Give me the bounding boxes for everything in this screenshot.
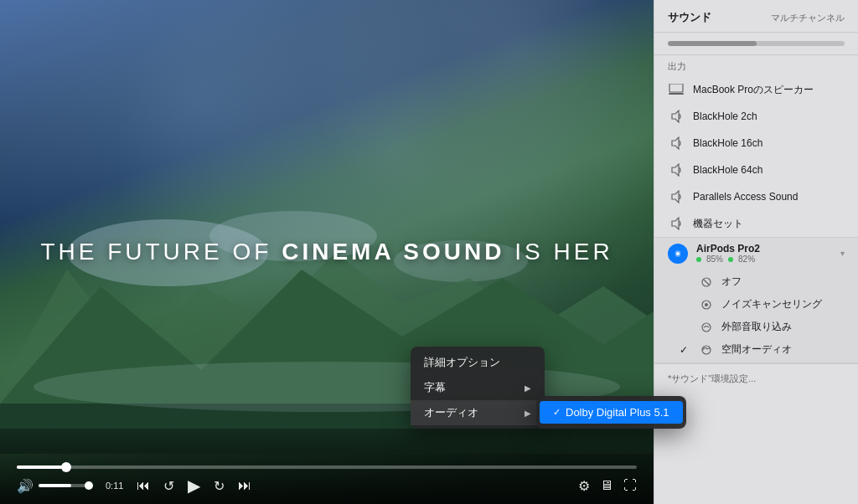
mode-icon-spatial <box>700 343 713 357</box>
context-item-audio[interactable]: オーディオ ▶ <box>411 400 545 425</box>
speaker-icon-16ch <box>668 135 685 152</box>
svg-marker-13 <box>672 218 679 229</box>
svg-marker-11 <box>672 164 679 176</box>
speaker-icon-64ch <box>668 162 685 178</box>
sound-panel: サウンド マルチチャンネル 出力 MacBook Proのスピーカー Black… <box>654 0 858 504</box>
speaker-icon-2ch <box>668 108 685 125</box>
battery-right: 82% <box>738 255 755 264</box>
airpods-icon <box>668 244 688 264</box>
controls-row: 🔊 0:11 ⏮ ↺ ▶ ↻ ⏭ ⚙ 🖥 ⛶ <box>17 476 637 496</box>
device-item-kikiset[interactable]: 機器セット <box>654 210 858 237</box>
context-menu: 詳細オプション 字幕 ▶ オーディオ ▶ <box>411 347 545 429</box>
play-button[interactable]: ▶ <box>188 476 200 496</box>
context-item-details[interactable]: 詳細オプション <box>411 350 545 375</box>
airpods-chevron-icon: ▾ <box>840 249 845 258</box>
volume-fill <box>39 484 71 487</box>
panel-title: サウンド <box>668 10 711 25</box>
mode-item-external[interactable]: 外部音取り込み <box>654 316 858 338</box>
skip-back-button[interactable]: ⏮ <box>137 478 150 493</box>
mode-icon-off <box>700 275 713 289</box>
current-time: 0:11 <box>106 481 123 491</box>
svg-rect-8 <box>669 93 684 95</box>
device-item-blackhole-64ch[interactable]: BlackHole 64ch <box>654 157 858 183</box>
cinema-text-suffix: IS HER <box>504 239 612 265</box>
display-button[interactable]: 🖥 <box>600 478 613 493</box>
svg-rect-7 <box>669 84 683 92</box>
blackhole-16ch-name: BlackHole 16ch <box>693 137 845 149</box>
panel-volume-fill <box>668 41 757 46</box>
svg-marker-9 <box>672 111 679 122</box>
panel-subtitle: マルチチャンネル <box>771 12 845 24</box>
svg-marker-10 <box>672 137 679 149</box>
mode-icon-external <box>700 321 713 334</box>
blackhole-2ch-name: BlackHole 2ch <box>693 111 845 122</box>
context-subtitles-label: 字幕 <box>424 380 446 395</box>
svg-point-19 <box>705 303 708 306</box>
player-controls: 🔊 0:11 ⏮ ↺ ▶ ↻ ⏭ ⚙ 🖥 ⛶ <box>0 429 654 504</box>
context-details-label: 詳細オプション <box>424 355 500 370</box>
airpods-mode-list: オフ ノイズキャンセリング 外部音取り込み <box>654 269 858 363</box>
mode-item-off[interactable]: オフ <box>654 270 858 293</box>
panel-volume-bar[interactable] <box>668 41 845 46</box>
panel-header: サウンド マルチチャンネル <box>654 10 858 33</box>
parallels-device-name: Parallels Access Sound <box>693 191 845 203</box>
device-item-parallels[interactable]: Parallels Access Sound <box>654 183 858 210</box>
airpods-info: AirPods Pro2 85% 82% <box>696 243 832 264</box>
settings-button[interactable]: ⚙ <box>578 478 590 494</box>
mode-label-external: 外部音取り込み <box>721 320 845 334</box>
audio-arrow-icon: ▶ <box>525 409 531 418</box>
cinema-text-bold: CINEMA SOUND <box>282 239 504 265</box>
macbook-device-name: MacBook Proのスピーカー <box>693 83 845 97</box>
battery-left: 85% <box>706 255 723 264</box>
svg-marker-12 <box>672 191 679 203</box>
svg-line-17 <box>704 280 709 285</box>
mode-icon-noise <box>700 298 713 311</box>
sound-settings-link[interactable]: *サウンド"環境設定... <box>654 363 858 393</box>
blackhole-64ch-name: BlackHole 64ch <box>693 164 845 176</box>
audio-check-icon: ✓ <box>553 407 561 418</box>
battery-dot-right <box>728 257 733 262</box>
cinema-text-prefix: THE FUTURE OF <box>40 239 282 265</box>
context-item-subtitles[interactable]: 字幕 ▶ <box>411 375 545 400</box>
fullscreen-button[interactable]: ⛶ <box>623 478 637 493</box>
svg-point-20 <box>702 323 711 332</box>
volume-control: 🔊 <box>17 478 89 494</box>
mode-label-spatial: 空間オーディオ <box>721 342 845 357</box>
battery-dot-left <box>696 257 701 262</box>
mode-check-spatial: ✓ <box>680 344 691 356</box>
speaker-icon-kikiset <box>668 215 685 232</box>
airpods-section: AirPods Pro2 85% 82% ▾ <box>654 237 858 363</box>
rewind-button[interactable]: ↺ <box>163 478 174 494</box>
volume-button[interactable]: 🔊 <box>17 478 34 494</box>
mode-label-noise: ノイズキャンセリング <box>721 297 845 311</box>
airpods-header[interactable]: AirPods Pro2 85% 82% ▾ <box>654 238 858 269</box>
device-item-macbook[interactable]: MacBook Proのスピーカー <box>654 76 858 103</box>
airpods-name: AirPods Pro2 <box>696 243 832 255</box>
progress-thumb <box>61 462 71 472</box>
panel-volume-section <box>654 33 858 55</box>
macbook-icon <box>668 81 685 98</box>
speaker-icon-parallels <box>668 188 685 205</box>
progress-bar[interactable] <box>17 465 637 469</box>
cinema-overlay-text: THE FUTURE OF CINEMA SOUND IS HER <box>40 239 612 265</box>
mode-item-spatial[interactable]: ✓ 空間オーディオ <box>654 338 858 361</box>
mode-label-off: オフ <box>721 275 845 289</box>
mode-item-noise[interactable]: ノイズキャンセリング <box>654 293 858 316</box>
audio-option-label: Dolby Digital Plus 5.1 <box>566 406 669 419</box>
svg-point-15 <box>676 252 680 255</box>
context-audio-label: オーディオ <box>424 405 478 420</box>
audio-submenu: ✓ Dolby Digital Plus 5.1 <box>536 396 686 429</box>
airpods-battery: 85% 82% <box>696 255 832 264</box>
device-list: MacBook Proのスピーカー BlackHole 2ch BlackHol… <box>654 76 858 363</box>
kikiset-device-name: 機器セット <box>693 217 845 231</box>
output-label: 出力 <box>654 55 858 76</box>
right-controls: ⚙ 🖥 ⛶ <box>578 478 637 494</box>
volume-slider[interactable] <box>39 484 89 487</box>
device-item-blackhole-2ch[interactable]: BlackHole 2ch <box>654 103 858 130</box>
volume-thumb <box>85 481 93 490</box>
subtitles-arrow-icon: ▶ <box>525 383 531 393</box>
fast-forward-button[interactable]: ↻ <box>214 478 225 494</box>
skip-forward-button[interactable]: ⏭ <box>238 478 251 493</box>
audio-option-dolby[interactable]: ✓ Dolby Digital Plus 5.1 <box>540 401 683 424</box>
device-item-blackhole-16ch[interactable]: BlackHole 16ch <box>654 130 858 157</box>
